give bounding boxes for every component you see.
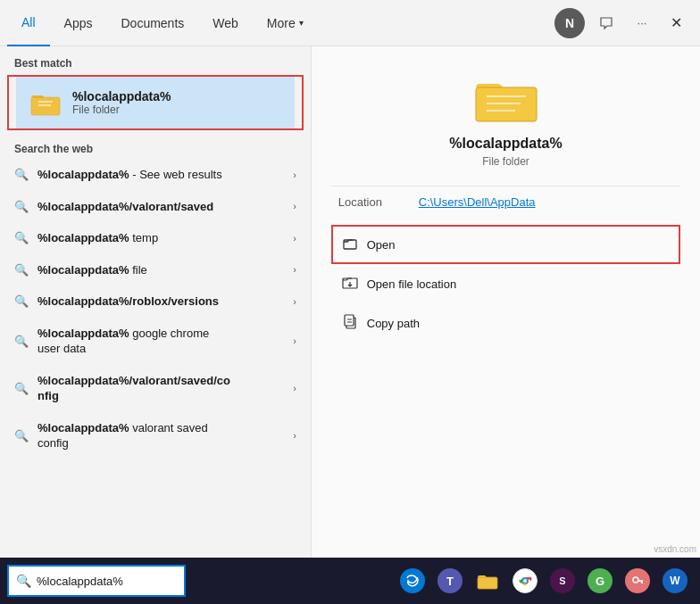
ellipsis-icon[interactable]: ··· — [624, 5, 660, 41]
taskbar-app-word[interactable]: W — [657, 558, 693, 604]
result-text: %localappdata%/valorant/saved/config — [38, 373, 230, 404]
result-text: %localappdata% valorant savedconfig — [38, 420, 208, 451]
taskbar-search-text: %localappdata% — [37, 575, 123, 588]
chevron-right-icon: › — [293, 296, 296, 307]
taskbar-app-gmail[interactable]: G — [582, 558, 618, 604]
svg-rect-2 — [33, 95, 44, 98]
file-location-icon — [342, 274, 358, 294]
search-icon: 🔍 — [14, 294, 29, 308]
result-text: %localappdata% file — [38, 262, 147, 278]
best-match-item[interactable]: %localappdata% File folder — [16, 77, 295, 128]
best-match-subtitle: File folder — [72, 103, 171, 116]
chevron-right-icon: › — [293, 201, 296, 211]
best-match-text: %localappdata% File folder — [72, 89, 171, 116]
taskbar-search-bar[interactable]: 🔍 %localappdata% — [7, 565, 186, 597]
chevron-right-icon: › — [293, 335, 296, 346]
taskbar-app-edge[interactable] — [395, 558, 430, 604]
result-text: %localappdata%/valorant/saved — [38, 199, 213, 215]
location-value[interactable]: C:\Users\Dell\AppData — [419, 195, 536, 209]
main-content: Best match %localappdat — [0, 46, 700, 558]
avatar[interactable]: N — [554, 8, 585, 38]
chevron-down-icon: ▾ — [299, 18, 304, 28]
result-text: %localappdata% - See web results — [38, 167, 222, 183]
best-match-wrapper: %localappdata% File folder — [7, 75, 304, 130]
search-icon: 🔍 — [14, 382, 29, 395]
action-list: Open Open file location — [331, 225, 681, 343]
taskbar-apps: T — [395, 558, 700, 604]
list-item[interactable]: 🔍 %localappdata%/roblox/versions › — [0, 285, 311, 318]
detail-title: %localappdata% — [449, 136, 562, 152]
svg-point-19 — [523, 579, 527, 583]
svg-rect-13 — [345, 315, 354, 326]
chevron-right-icon: › — [293, 264, 296, 275]
tab-apps[interactable]: Apps — [50, 0, 107, 46]
chevron-right-icon: › — [293, 383, 296, 393]
folder-icon — [29, 87, 62, 119]
list-item[interactable]: 🔍 %localappdata%/valorant/saved/config › — [0, 365, 311, 412]
tab-documents[interactable]: Documents — [106, 0, 198, 46]
best-match-title: %localappdata% — [72, 89, 171, 103]
taskbar-search-icon: 🔍 — [16, 574, 31, 588]
detail-subtitle: File folder — [482, 155, 529, 168]
list-item[interactable]: 🔍 %localappdata% temp › — [0, 222, 311, 254]
list-item[interactable]: 🔍 %localappdata% - See web results › — [0, 159, 311, 191]
open-label: Open — [367, 238, 396, 252]
list-item[interactable]: 🔍 %localappdata% file › — [0, 254, 311, 286]
tab-more[interactable]: More ▾ — [253, 0, 318, 46]
search-icon: 🔍 — [14, 263, 29, 277]
chevron-right-icon: › — [293, 170, 296, 180]
taskbar-app-files[interactable] — [470, 558, 505, 604]
copy-path-action[interactable]: Copy path — [331, 303, 681, 343]
copy-path-icon — [342, 313, 358, 333]
search-icon: 🔍 — [14, 335, 29, 348]
close-button[interactable]: ✕ — [660, 0, 693, 46]
open-icon — [342, 235, 358, 254]
search-icon: 🔍 — [14, 168, 29, 181]
location-row: Location C:\Users\Dell\AppData — [331, 186, 681, 218]
svg-rect-0 — [31, 97, 60, 115]
taskbar-app-teams[interactable]: T — [432, 558, 468, 604]
taskbar-app-chrome[interactable] — [507, 558, 543, 604]
open-action[interactable]: Open — [331, 225, 681, 264]
taskbar-app-vpn[interactable] — [620, 558, 655, 604]
list-item[interactable]: 🔍 %localappdata% valorant savedconfig › — [0, 412, 311, 459]
open-file-location-action[interactable]: Open file location — [331, 264, 681, 303]
list-item[interactable]: 🔍 %localappdata%/valorant/saved › — [0, 191, 311, 223]
search-web-label: Search the web — [0, 130, 311, 159]
result-text: %localappdata%/roblox/versions — [38, 294, 219, 310]
taskbar-app-slack[interactable]: S — [545, 558, 580, 604]
tab-web[interactable]: Web — [198, 0, 253, 46]
feedback-icon[interactable] — [588, 5, 624, 41]
svg-rect-21 — [638, 580, 643, 582]
result-text: %localappdata% temp — [38, 230, 158, 246]
chevron-right-icon: › — [293, 233, 296, 244]
best-match-label: Best match — [0, 46, 311, 75]
result-text: %localappdata% google chromeuser data — [38, 326, 209, 357]
svg-rect-16 — [478, 577, 497, 589]
open-file-location-label: Open file location — [367, 277, 456, 291]
tab-all[interactable]: All — [7, 0, 50, 46]
left-panel: Best match %localappdat — [0, 46, 311, 558]
taskbar: 🔍 %localappdata% T — [0, 558, 700, 604]
right-panel: %localappdata% File folder Location C:\U… — [311, 46, 700, 558]
folder-icon-large — [474, 71, 538, 125]
svg-point-20 — [633, 577, 638, 583]
search-icon: 🔍 — [14, 429, 29, 443]
svg-rect-22 — [641, 582, 643, 583]
copy-path-label: Copy path — [367, 317, 420, 330]
search-icon: 🔍 — [14, 231, 29, 244]
search-icon: 🔍 — [14, 200, 29, 213]
top-nav: All Apps Documents Web More ▾ N ··· ✕ — [0, 0, 700, 46]
chevron-right-icon: › — [293, 430, 296, 441]
list-item[interactable]: 🔍 %localappdata% google chromeuser data … — [0, 318, 311, 365]
location-label: Location — [338, 195, 419, 209]
